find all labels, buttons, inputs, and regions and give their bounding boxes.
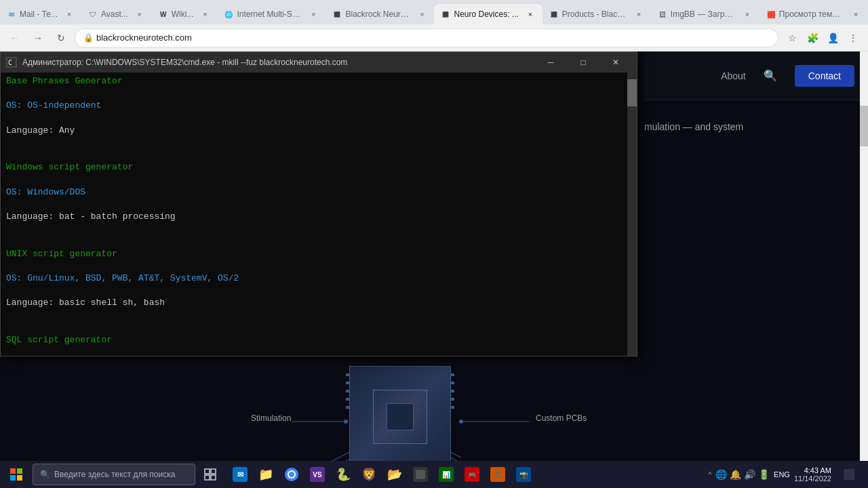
tab-imgbb-close[interactable]: × <box>742 9 753 20</box>
address-bar: ← → ↻ 🔒 blackrockneurotech.com ☆ 🧩 👤 ⋮ <box>0 24 868 52</box>
cmd-line-7: UNIX script generator <box>6 248 631 260</box>
cmd-body: Base Phrases Generator OS: OS-independen… <box>1 73 637 356</box>
cmd-line-2: OS: OS-independent <box>6 100 631 112</box>
website-scroll-thumb <box>860 106 868 146</box>
file-explorer-icon: 📁 <box>258 467 273 482</box>
forward-button[interactable]: → <box>28 28 47 47</box>
taskbar-app-12[interactable]: 📸 <box>511 462 536 487</box>
tab-neuro-devices[interactable]: ⬛ Neuro Devices: ... × <box>434 4 542 24</box>
svg-point-3 <box>459 420 463 424</box>
tab-mail[interactable]: ✉ Mail - Те... × <box>0 4 81 24</box>
header-search-button[interactable]: 🔍 <box>760 65 781 87</box>
taskbar-app-brave[interactable]: 🦁 <box>357 462 381 487</box>
tab-neuro-devices-close[interactable]: × <box>525 9 536 20</box>
taskbar-app-10[interactable]: 🎮 <box>460 462 484 487</box>
language-indicator[interactable]: ENG <box>774 470 790 479</box>
outlook-icon: ✉ <box>233 467 248 482</box>
cmd-scrollbar[interactable] <box>627 73 637 356</box>
cmd-line-10: SQL script generator <box>6 334 631 346</box>
chip-outer <box>349 366 451 468</box>
svg-rect-16 <box>10 475 16 481</box>
stimulation-label: Stimulation <box>251 413 291 423</box>
tab-imgbb[interactable]: 🖼 ImgBB — Загрузи... × <box>651 4 760 24</box>
cmd-title-text: Администратор: C:\WINDOWS\SYSTEM32\cmd.e… <box>22 58 530 67</box>
taskbar-search-placeholder: Введите здесь текст для поиска <box>54 470 175 479</box>
cmd-scrollbar-thumb <box>627 79 637 106</box>
windows-logo-icon <box>10 468 22 481</box>
tab-products-blackrock[interactable]: ⬛ Products - Blackro... × <box>542 4 651 24</box>
taskbar-app-8[interactable] <box>408 462 433 487</box>
taskbar-app-9[interactable]: 📊 <box>434 462 458 487</box>
browser-actions: ☆ 🧩 👤 ⋮ <box>783 28 863 47</box>
taskbar-search[interactable]: 🔍 Введите здесь текст для поиска <box>33 464 195 485</box>
tab-mail-close[interactable]: × <box>64 9 75 20</box>
products-favicon: ⬛ <box>549 9 559 19</box>
taskbar-app-vscode[interactable]: VS <box>305 462 330 487</box>
clock-area[interactable]: 4:43 AM 11/14/2022 <box>794 466 831 483</box>
taskbar-app-chrome[interactable] <box>279 462 304 487</box>
tab-avast-close[interactable]: × <box>134 9 145 20</box>
tab-products-label: Products - Blackro... <box>562 9 627 19</box>
app5-icon: 🐍 <box>336 467 351 482</box>
svg-rect-19 <box>211 469 216 474</box>
cmd-maximize-button[interactable]: □ <box>568 52 599 73</box>
tab-bar: ✉ Mail - Те... × 🛡 Avast... × W Wiki... … <box>0 0 868 24</box>
tray-overflow-button[interactable]: ^ <box>708 471 711 479</box>
menu-button[interactable]: ⋮ <box>844 28 863 47</box>
taskbar-search-icon: 🔍 <box>40 470 50 479</box>
tab-internet-multi-label: Internet Multi-Sea... <box>237 9 302 19</box>
tab-prosmotr[interactable]: 🟥 Просмотр темы - ... × <box>760 4 868 24</box>
address-input[interactable]: 🔒 blackrockneurotech.com <box>75 28 778 47</box>
cmd-app-icon: C <box>6 57 17 68</box>
tab-products-close[interactable]: × <box>633 9 644 20</box>
notification-center-button[interactable] <box>835 461 863 488</box>
notification-icon <box>844 469 854 480</box>
tray-notification-icon[interactable]: 🔔 <box>730 469 741 480</box>
taskbar-app-11[interactable]: 🎵 <box>486 462 510 487</box>
app9-icon: 📊 <box>439 467 454 482</box>
tray-network-icon[interactable]: 🌐 <box>715 469 727 480</box>
cmd-line-6: Language: bat - batch processing <box>6 211 631 223</box>
taskbar-app-yellow-folder[interactable]: 📂 <box>382 462 407 487</box>
taskbar-app-5[interactable]: 🐍 <box>331 462 355 487</box>
cmd-line-1: Base Phrases Generator <box>6 75 631 87</box>
content-area: About 🔍 Contact mulation — and system <box>0 52 868 488</box>
cmd-close-button[interactable]: ✕ <box>600 52 631 73</box>
tab-blackrock[interactable]: ⬛ Blackrock Neurote... × <box>326 4 434 24</box>
tab-wiki-close[interactable]: × <box>199 9 210 20</box>
tab-neuro-devices-label: Neuro Devices: ... <box>454 9 518 19</box>
header-contact-button[interactable]: Contact <box>795 65 854 87</box>
tab-internet-multi-close[interactable]: × <box>308 9 319 20</box>
header-about-link[interactable]: About <box>721 70 746 81</box>
start-button[interactable] <box>0 461 33 488</box>
tab-wiki[interactable]: W Wiki... × <box>152 4 218 24</box>
taskbar-app-explorer[interactable]: 📁 <box>254 462 278 487</box>
svg-text:C: C <box>8 59 12 66</box>
back-button[interactable]: ← <box>5 28 24 47</box>
tab-blackrock-close[interactable]: × <box>416 9 427 20</box>
tab-internet-multi[interactable]: 🌐 Internet Multi-Sea... × <box>217 4 326 24</box>
bookmark-button[interactable]: ☆ <box>783 28 802 47</box>
website-scrollbar[interactable] <box>860 52 868 488</box>
cmd-titlebar: C Администратор: C:\WINDOWS\SYSTEM32\cmd… <box>1 52 637 73</box>
cmd-line-4: Windows script generator <box>6 161 631 174</box>
reload-button[interactable]: ↻ <box>52 28 71 47</box>
system-time: 4:43 AM <box>794 466 831 474</box>
chrome-icon <box>285 468 298 481</box>
taskbar-app-outlook[interactable]: ✉ <box>228 462 252 487</box>
taskbar-apps: ✉ 📁 VS 🐍 � <box>228 462 703 487</box>
wiki-favicon: W <box>159 9 168 19</box>
task-view-button[interactable] <box>198 462 222 487</box>
tray-volume-icon[interactable]: 🔊 <box>744 469 755 480</box>
internet-multi-favicon: 🌐 <box>224 9 233 19</box>
tray-battery-icon[interactable]: 🔋 <box>758 469 770 480</box>
tab-avast[interactable]: 🛡 Avast... × <box>81 4 152 24</box>
system-tray: ^ 🌐 🔔 🔊 🔋 ENG 4:43 AM 11/14/2022 <box>703 461 868 488</box>
cmd-line-8: OS: Gnu/Linux, BSD, PWB, AT&T, SystemV, … <box>6 272 631 285</box>
tab-prosmotr-close[interactable]: × <box>850 9 861 20</box>
profile-button[interactable]: 👤 <box>823 28 842 47</box>
tray-icons: 🌐 🔔 🔊 🔋 <box>715 469 770 480</box>
cmd-minimize-button[interactable]: ─ <box>535 52 566 73</box>
extensions-button[interactable]: 🧩 <box>803 28 822 47</box>
website-hero-snippet: mulation — and system <box>644 121 743 132</box>
